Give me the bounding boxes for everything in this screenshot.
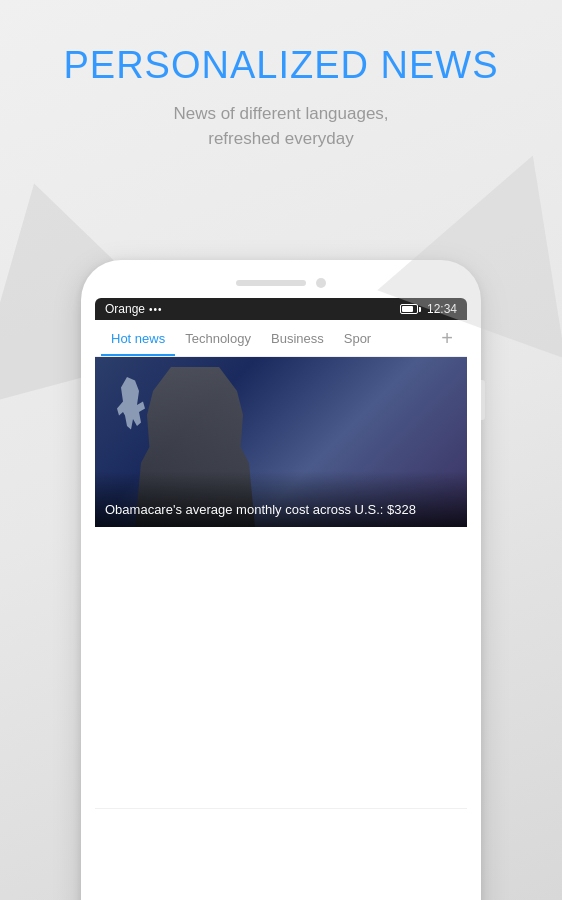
phone-mockup: Orange ••• 12:34 Hot news: [81, 260, 481, 900]
battery-body: [400, 304, 418, 314]
news-list: Deputy: Texas district... Americans will…: [95, 527, 467, 900]
status-left: Orange •••: [105, 302, 163, 316]
news-item[interactable]: Outlook for immigration... Americans wil…: [95, 809, 467, 900]
carrier-name: Orange: [105, 302, 145, 316]
phone-top-bar: [91, 278, 471, 288]
tab-business[interactable]: Business: [261, 321, 334, 356]
battery-tip: [419, 307, 421, 312]
header-section: PERSONALIZED NEWS News of different lang…: [0, 0, 562, 152]
tab-sports[interactable]: Spor: [334, 321, 381, 356]
battery-fill: [402, 306, 413, 312]
tab-hot-news[interactable]: Hot news: [101, 321, 175, 356]
status-right: 12:34: [400, 302, 457, 316]
hero-image: Obamacare's average monthly cost across …: [95, 357, 467, 527]
phone-screen: Orange ••• 12:34 Hot news: [95, 298, 467, 900]
status-time: 12:34: [427, 302, 457, 316]
tab-bar: Hot news Technology Business Spor +: [95, 320, 467, 357]
phone-speaker: [236, 280, 306, 286]
phone-side-button: [481, 380, 485, 420]
phone-camera: [316, 278, 326, 288]
phone-outer: Orange ••• 12:34 Hot news: [81, 260, 481, 900]
tab-add-button[interactable]: +: [433, 320, 461, 356]
status-bar: Orange ••• 12:34: [95, 298, 467, 320]
hero-caption: Obamacare's average monthly cost across …: [95, 471, 467, 527]
subtitle: News of different languages, refreshed e…: [0, 101, 562, 152]
subtitle-line1: News of different languages,: [173, 104, 388, 123]
tab-technology[interactable]: Technology: [175, 321, 261, 356]
news-item[interactable]: Deputy: Texas district... Americans will…: [95, 527, 467, 809]
battery-icon: [400, 304, 421, 314]
subtitle-line2: refreshed everyday: [208, 129, 354, 148]
main-title: PERSONALIZED NEWS: [0, 45, 562, 87]
carrier-dots: •••: [149, 304, 163, 315]
